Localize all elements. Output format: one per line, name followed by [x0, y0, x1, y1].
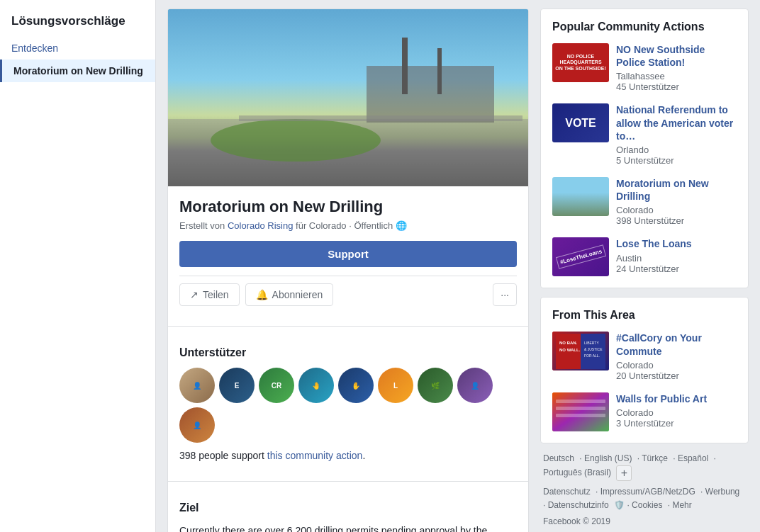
community-location-vote: Orlando — [616, 145, 737, 155]
community-thumb-drilling[interactable] — [552, 177, 609, 216]
avatar-image: CR — [259, 368, 294, 403]
footer-languages: Deutsch · English (US) · Türkçe · Españo… — [543, 452, 746, 481]
subscribe-label: Abonnieren — [272, 289, 323, 300]
lang-english[interactable]: English (US) — [584, 453, 632, 463]
main-card: Moratorium on New Drilling Erstellt von … — [167, 9, 529, 532]
lang-deutsch[interactable]: Deutsch — [543, 453, 574, 463]
visibility-label: Öffentlich — [354, 220, 393, 231]
avatar-image: E — [219, 368, 255, 403]
svg-point-5 — [211, 119, 381, 162]
popular-section-title: Popular Community Actions — [552, 21, 737, 33]
community-supporters-walls: 3 Unterstützer — [616, 418, 737, 429]
support-button[interactable]: Support — [179, 241, 517, 267]
sidebar-title: Lösungsvorschläge — [0, 9, 155, 37]
goal-title: Ziel — [179, 502, 517, 514]
from-area-card: From This Area NO BAN. NO WALL. LIBERTY … — [540, 297, 749, 443]
community-location-callcory: Colorado — [616, 360, 737, 370]
community-supporters-vote: 5 Unterstützer — [616, 155, 737, 166]
svg-text:FOR ALL.: FOR ALL. — [584, 353, 600, 358]
sidebar-item-drilling[interactable]: Moratorium on New Drilling — [0, 60, 155, 82]
community-thumb-vote[interactable]: VOTE — [552, 103, 609, 142]
sidebar-item-discover[interactable]: Entdecken — [0, 37, 155, 60]
svg-text:& JUSTICE: & JUSTICE — [584, 347, 603, 351]
community-name-police[interactable]: NO New Southside Police Station! — [616, 43, 737, 69]
walls-thumb-content — [552, 392, 609, 431]
created-by-for: für Colorado — [296, 220, 347, 231]
community-thumb-callcory[interactable]: NO BAN. NO WALL. LIBERTY & JUSTICE FOR A… — [552, 332, 609, 370]
avatar[interactable]: 👤 — [457, 368, 493, 403]
community-thumb-police[interactable]: NO POLICE HEADQUARTERSON THE SOUTHSIDE! — [552, 43, 609, 82]
share-label: Teilen — [203, 289, 229, 300]
svg-rect-8 — [581, 334, 605, 369]
community-location-loans: Austin — [616, 253, 737, 264]
avatar[interactable]: 👤 — [179, 407, 215, 443]
supporter-avatars: 👤 E CR 🤚 ✋ L 🌿 👤 👤 — [179, 368, 517, 443]
bell-icon: 🔔 — [256, 289, 268, 300]
community-info-callcory: #CallCory on Your Commute Colorado 20 Un… — [616, 332, 737, 380]
lang-portugues[interactable]: Português (Brasil) — [543, 468, 611, 477]
community-info-police: NO New Southside Police Station! Tallaha… — [616, 43, 737, 92]
community-name-loans[interactable]: Lose The Loans — [616, 237, 737, 250]
action-bar: ↗ Teilen 🔔 Abonnieren ··· — [179, 276, 517, 306]
loans-thumb-text: #LoseTheLoans — [556, 245, 606, 269]
community-name-walls[interactable]: Walls for Public Art — [616, 392, 737, 405]
add-language-button[interactable]: + — [616, 465, 632, 481]
community-name-callcory[interactable]: #CallCory on Your Commute — [616, 332, 737, 357]
community-info-vote: National Referendum to allow the America… — [616, 103, 737, 166]
footer-impressum[interactable]: Impressum/AGB/NetzDG — [600, 487, 695, 497]
police-thumb-content: NO POLICE HEADQUARTERSON THE SOUTHSIDE! — [552, 43, 609, 82]
footer-datenschutzinfo[interactable]: Datenschutzinfo — [548, 500, 609, 510]
lang-espanol[interactable]: Español — [678, 453, 708, 463]
share-button[interactable]: ↗ Teilen — [179, 283, 240, 306]
supporters-action-link[interactable]: this community action — [267, 450, 363, 461]
footer-datenschutz[interactable]: Datenschutz — [543, 487, 591, 497]
community-item-loans: #LoseTheLoans Lose The Loans Austin 24 U… — [552, 237, 737, 276]
divider-1 — [168, 326, 528, 327]
avatar[interactable]: 🌿 — [418, 368, 453, 403]
hero-image-inner — [168, 9, 528, 186]
community-supporters-callcory: 20 Unterstützer — [616, 370, 737, 381]
avatar[interactable]: ✋ — [338, 368, 374, 403]
community-name-vote[interactable]: National Referendum to allow the America… — [616, 103, 737, 142]
footer-werbung[interactable]: Werbung — [705, 487, 739, 497]
svg-rect-2 — [367, 66, 494, 123]
community-info-loans: Lose The Loans Austin 24 Unterstützer — [616, 237, 737, 273]
avatar-image: ✋ — [338, 368, 374, 403]
vote-thumb-text: VOTE — [565, 117, 596, 130]
footer-mehr[interactable]: Mehr — [672, 500, 691, 510]
created-by-prefix: Erstellt von — [179, 220, 225, 231]
community-info-walls: Walls for Public Art Colorado 3 Unterstü… — [616, 392, 737, 429]
svg-rect-17 — [556, 414, 605, 417]
avatar[interactable]: CR — [259, 368, 294, 403]
community-item-walls: Walls for Public Art Colorado 3 Unterstü… — [552, 392, 737, 431]
avatar[interactable]: 👤 — [179, 368, 215, 403]
svg-rect-16 — [556, 407, 605, 410]
community-info-drilling: Moratorium on New Drilling Colorado 398 … — [616, 177, 737, 226]
supporters-count: 398 people support — [179, 450, 264, 461]
avatar[interactable]: 🤚 — [298, 368, 334, 403]
subscribe-button[interactable]: 🔔 Abonnieren — [245, 283, 334, 306]
community-name-drilling[interactable]: Moratorium on New Drilling — [616, 177, 737, 203]
community-supporters-drilling: 398 Unterstützer — [616, 215, 737, 226]
community-thumb-walls[interactable] — [552, 392, 609, 431]
more-button[interactable]: ··· — [493, 283, 517, 306]
community-item-callcory: NO BAN. NO WALL. LIBERTY & JUSTICE FOR A… — [552, 332, 737, 380]
avatar[interactable]: L — [378, 368, 413, 403]
creator-link[interactable]: Colorado Rising — [228, 220, 294, 231]
callcory-thumb-content: NO BAN. NO WALL. LIBERTY & JUSTICE FOR A… — [552, 332, 609, 370]
footer-cookies[interactable]: Cookies — [632, 500, 662, 510]
from-area-title: From This Area — [552, 309, 737, 322]
avatar[interactable]: E — [219, 368, 255, 403]
svg-rect-14 — [552, 392, 609, 431]
community-item-police: NO POLICE HEADQUARTERSON THE SOUTHSIDE! … — [552, 43, 737, 92]
callcory-svg: NO BAN. NO WALL. LIBERTY & JUSTICE FOR A… — [556, 334, 605, 369]
community-item-drilling: Moratorium on New Drilling Colorado 398 … — [552, 177, 737, 226]
goal-text: Currently there are over 6,200 drilling … — [179, 523, 517, 532]
walls-svg — [552, 392, 609, 431]
footer-copyright: Facebook © 2019 — [543, 515, 746, 528]
community-thumb-loans[interactable]: #LoseTheLoans — [552, 237, 609, 276]
lang-turkce[interactable]: Türkçe — [642, 453, 668, 463]
card-body: Moratorium on New Drilling Erstellt von … — [168, 186, 528, 317]
supporters-title: Unterstützer — [179, 346, 517, 359]
svg-text:LIBERTY: LIBERTY — [584, 341, 599, 345]
